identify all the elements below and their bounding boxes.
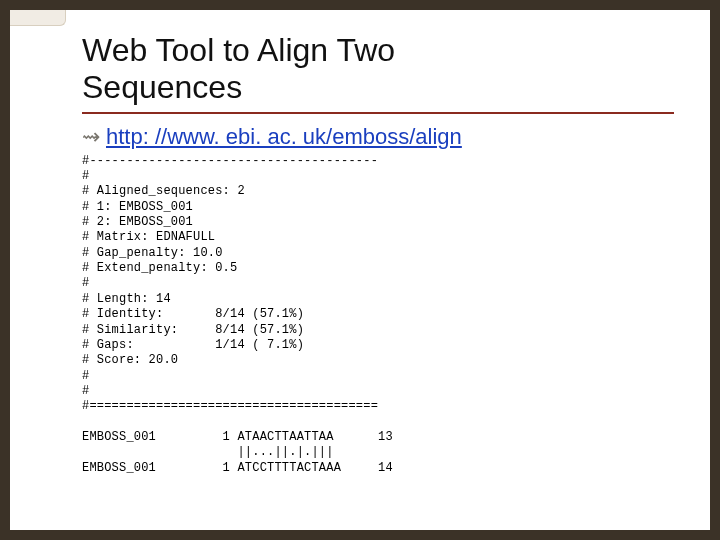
- hdr-blank3: #: [82, 369, 89, 383]
- title-underline: [82, 112, 674, 114]
- hdr-aligned: # Aligned_sequences: 2: [82, 184, 245, 198]
- hdr-seq1: # 1: EMBOSS_001: [82, 200, 193, 214]
- hdr-score: # Score: 20.0: [82, 353, 178, 367]
- hdr-blank1: #: [82, 169, 89, 183]
- alignment-query: EMBOSS_001 1 ATAACTTAATTAA 13: [82, 430, 393, 444]
- emboss-output: #---------------------------------------…: [82, 154, 674, 477]
- hdr-gap: # Gap_penalty: 10.0: [82, 246, 223, 260]
- corner-tab: [10, 10, 66, 26]
- alignment-match: ||...||.|.|||: [82, 445, 334, 459]
- slide-title-text: Web Tool to Align TwoSequences: [82, 32, 395, 105]
- hdr-rule: #---------------------------------------: [82, 154, 378, 168]
- hdr-identity: # Identity: 8/14 (57.1%): [82, 307, 304, 321]
- bullet-row: ⇝ http: //www. ebi. ac. uk/emboss/align: [82, 124, 674, 150]
- swirl-bullet-icon: ⇝: [82, 126, 100, 148]
- hdr-blank4: #: [82, 384, 89, 398]
- slide: Web Tool to Align TwoSequences ⇝ http: /…: [10, 10, 710, 530]
- link-text: http: //www. ebi. ac. uk/emboss/align: [106, 124, 462, 149]
- slide-title: Web Tool to Align TwoSequences: [82, 32, 674, 106]
- hdr-length: # Length: 14: [82, 292, 171, 306]
- ftr-rule: #=======================================: [82, 399, 378, 413]
- hdr-gaps: # Gaps: 1/14 ( 7.1%): [82, 338, 304, 352]
- emboss-align-link[interactable]: http: //www. ebi. ac. uk/emboss/align: [106, 124, 462, 150]
- hdr-blank2: #: [82, 276, 89, 290]
- hdr-matrix: # Matrix: EDNAFULL: [82, 230, 215, 244]
- alignment-subject: EMBOSS_001 1 ATCCTTTTACTAAA 14: [82, 461, 393, 475]
- hdr-extend: # Extend_penalty: 0.5: [82, 261, 237, 275]
- hdr-similarity: # Similarity: 8/14 (57.1%): [82, 323, 304, 337]
- hdr-seq2: # 2: EMBOSS_001: [82, 215, 193, 229]
